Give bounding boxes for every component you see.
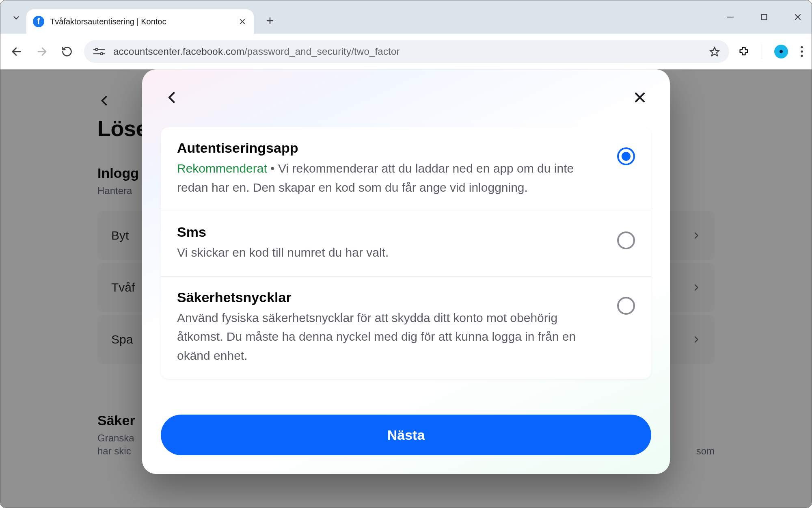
- eye-icon: [777, 47, 786, 56]
- reload-icon: [61, 46, 73, 57]
- modal-header: [161, 83, 651, 112]
- bookmark-button[interactable]: [709, 46, 720, 57]
- browser-menu-button[interactable]: [800, 46, 803, 57]
- tune-icon: [93, 47, 105, 56]
- option-title: Säkerhetsnycklar: [177, 290, 605, 305]
- nav-forward-button[interactable]: [34, 43, 50, 60]
- svg-point-6: [801, 54, 803, 57]
- star-icon: [709, 46, 720, 57]
- facebook-favicon: f: [33, 16, 44, 27]
- recommended-badge: Rekommenderat: [177, 162, 267, 175]
- option-security-keys[interactable]: Säkerhetsnycklar Använd fysiska säkerhet…: [161, 277, 651, 379]
- window-close-button[interactable]: [793, 12, 803, 22]
- two-factor-method-modal: Autentiseringsapp Rekommenderat • Vi rek…: [142, 69, 670, 474]
- svg-point-2: [100, 52, 103, 55]
- tab-title: Tvåfaktorsautentisering | Kontoc: [50, 17, 233, 26]
- extensions-button[interactable]: [738, 46, 749, 57]
- close-icon: [793, 12, 803, 22]
- browser-toolbar: accountscenter.facebook.com/password_and…: [0, 34, 812, 69]
- maximize-icon: [760, 13, 769, 22]
- chevron-left-icon: [165, 91, 179, 104]
- toolbar-divider: [762, 44, 762, 59]
- option-description: Rekommenderat • Vi rekommenderar att du …: [177, 159, 605, 197]
- radio-unselected[interactable]: [617, 231, 635, 249]
- url-path: /password_and_security/two_factor: [244, 46, 400, 57]
- svg-rect-0: [762, 15, 767, 20]
- option-authenticator-app[interactable]: Autentiseringsapp Rekommenderat • Vi rek…: [161, 127, 651, 211]
- option-title: Sms: [177, 224, 605, 240]
- method-options: Autentiseringsapp Rekommenderat • Vi rek…: [161, 127, 651, 379]
- modal-back-button[interactable]: [161, 86, 184, 109]
- content-area: Löse Inlogg Hantera Byt Tvåf: [0, 69, 812, 508]
- option-description: Använd fysiska säkerhetsnycklar för att …: [177, 309, 605, 365]
- toolbar-right: [738, 44, 803, 59]
- option-title: Autentiseringsapp: [177, 140, 605, 156]
- nav-back-button[interactable]: [9, 43, 25, 60]
- more-vertical-icon: [800, 46, 803, 57]
- profile-button[interactable]: [774, 45, 788, 58]
- tab-strip: f Tvåfaktorsautentisering | Kontoc: [0, 0, 812, 34]
- window-controls: [726, 0, 803, 34]
- radio-unselected[interactable]: [617, 297, 635, 315]
- svg-point-1: [95, 48, 98, 50]
- browser-window: f Tvåfaktorsautentisering | Kontoc: [0, 0, 812, 508]
- plus-icon: [265, 16, 275, 26]
- site-settings-button[interactable]: [93, 45, 105, 58]
- svg-point-3: [780, 50, 783, 53]
- arrow-right-icon: [36, 45, 48, 58]
- window-maximize-button[interactable]: [760, 13, 769, 22]
- browser-tab[interactable]: f Tvåfaktorsautentisering | Kontoc: [26, 9, 254, 34]
- url-text: accountscenter.facebook.com/password_and…: [113, 46, 701, 57]
- option-description: Vi skickar en kod till numret du har val…: [177, 243, 605, 262]
- next-button[interactable]: Nästa: [161, 415, 651, 455]
- arrow-left-icon: [11, 45, 23, 58]
- chevron-down-icon: [12, 13, 21, 22]
- svg-point-5: [801, 50, 803, 53]
- minimize-icon: [726, 12, 735, 22]
- tab-close-button[interactable]: [238, 17, 246, 26]
- option-sms[interactable]: Sms Vi skickar en kod till numret du har…: [161, 211, 651, 277]
- close-icon: [238, 17, 246, 26]
- new-tab-button[interactable]: [261, 12, 279, 30]
- puzzle-icon: [738, 46, 749, 57]
- address-bar[interactable]: accountscenter.facebook.com/password_and…: [84, 40, 729, 63]
- url-host: accountscenter.facebook.com: [113, 46, 244, 57]
- radio-selected[interactable]: [617, 147, 635, 165]
- window-minimize-button[interactable]: [726, 12, 735, 22]
- svg-point-4: [801, 46, 803, 48]
- modal-close-button[interactable]: [628, 86, 651, 109]
- tab-search-button[interactable]: [6, 8, 26, 28]
- nav-reload-button[interactable]: [59, 43, 75, 60]
- close-icon: [633, 91, 647, 104]
